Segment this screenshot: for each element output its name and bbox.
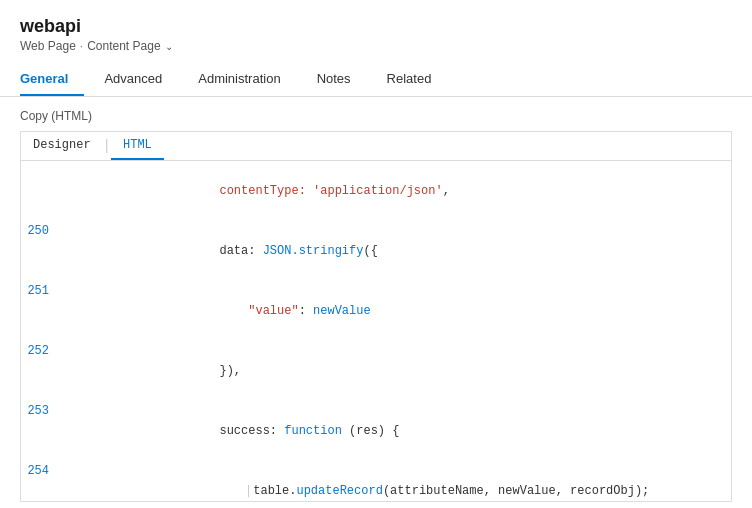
line-number-252: 252 [21, 341, 61, 361]
code-editor: Designer | HTML contentType: 'applicatio… [20, 131, 732, 502]
editor-tabs: Designer | HTML [21, 132, 731, 161]
page-title: webapi [20, 16, 732, 37]
line-number-250: 250 [21, 221, 61, 241]
code-line-252: 252 }), [21, 341, 731, 401]
breadcrumb-item-1[interactable]: Web Page [20, 39, 76, 53]
section-label: Copy (HTML) [20, 109, 732, 123]
page-header: webapi Web Page · Content Page ⌄ General… [0, 0, 752, 97]
sub-tab-html[interactable]: HTML [111, 132, 164, 160]
line-content-251: "value": newValue [61, 281, 731, 341]
line-content-253: success: function (res) { [61, 401, 731, 461]
code-body[interactable]: contentType: 'application/json', 250 dat… [21, 161, 731, 501]
line-number-254: 254 [21, 461, 61, 481]
code-line-253: 253 success: function (res) { [21, 401, 731, 461]
line-content: contentType: 'application/json', [61, 161, 731, 221]
code-token: contentType: [133, 184, 313, 198]
line-content-250: data: JSON.stringify({ [61, 221, 731, 281]
code-line-250: 250 data: JSON.stringify({ [21, 221, 731, 281]
line-content-254: table.updateRecord(attributeName, newVal… [61, 461, 731, 501]
code-line-254: 254 table.updateRecord(attributeName, ne… [21, 461, 731, 501]
tab-notes[interactable]: Notes [301, 63, 367, 96]
breadcrumb: Web Page · Content Page ⌄ [20, 39, 732, 53]
tab-administration[interactable]: Administration [182, 63, 296, 96]
indent-bar [248, 485, 249, 497]
main-tabs: General Advanced Administration Notes Re… [20, 63, 732, 96]
line-number-251: 251 [21, 281, 61, 301]
tab-advanced[interactable]: Advanced [88, 63, 178, 96]
main-content: Copy (HTML) Designer | HTML contentType:… [0, 97, 752, 508]
line-number-253: 253 [21, 401, 61, 421]
breadcrumb-separator: · [80, 39, 83, 53]
tab-general[interactable]: General [20, 63, 84, 96]
code-line-top: contentType: 'application/json', [21, 161, 731, 221]
line-content-252: }), [61, 341, 731, 401]
chevron-down-icon: ⌄ [165, 41, 173, 52]
sub-tab-designer[interactable]: Designer [21, 132, 103, 160]
tab-related[interactable]: Related [371, 63, 448, 96]
code-line-251: 251 "value": newValue [21, 281, 731, 341]
sub-tab-sep: | [103, 132, 111, 160]
breadcrumb-item-2[interactable]: Content Page [87, 39, 160, 53]
